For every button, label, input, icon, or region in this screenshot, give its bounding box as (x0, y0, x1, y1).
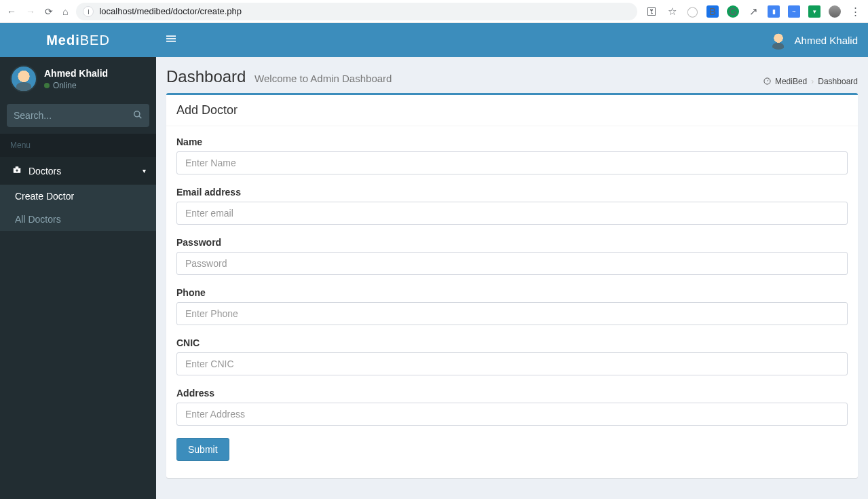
password-input[interactable] (176, 252, 848, 275)
user-panel: Ahmed Khalid Online (0, 57, 156, 100)
box-title: Add Doctor (176, 103, 848, 117)
svg-line-1 (139, 115, 142, 118)
topbar-user[interactable]: Ahmed Khalid (769, 31, 858, 50)
back-button[interactable]: ← (7, 6, 16, 17)
svg-rect-7 (166, 38, 176, 39)
sidebar-item-all-doctors[interactable]: All Doctors (0, 208, 156, 231)
content-header: Dashboard Welcome to Admin Dashboard Med… (156, 57, 868, 93)
avatar (769, 31, 788, 50)
dashboard-icon (763, 77, 771, 86)
avatar[interactable] (10, 65, 37, 92)
main-content: Ahmed Khalid Dashboard Welcome to Admin … (156, 23, 868, 499)
key-icon[interactable]: ⚿ (645, 5, 658, 18)
briefcase-medical-icon (12, 165, 22, 177)
logo-bold: Medi (46, 33, 80, 48)
bookmark-star-icon[interactable]: ☆ (666, 5, 678, 18)
search-input[interactable] (14, 110, 133, 121)
svg-rect-3 (16, 166, 19, 168)
cnic-label: CNIC (176, 337, 848, 348)
menu-icon[interactable]: ⋮ (849, 5, 861, 18)
box-header: Add Doctor (166, 95, 858, 126)
home-button[interactable]: ⌂ (62, 6, 68, 17)
extension-icon-4[interactable]: ▾ (808, 5, 820, 18)
svg-line-10 (767, 79, 768, 81)
name-label: Name (176, 136, 848, 147)
page-subtitle: Welcome to Admin Dashboard (254, 73, 392, 84)
breadcrumb-home[interactable]: MediBed (775, 77, 807, 86)
sidebar: MediBED Ahmed Khalid Online Menu Doctors… (0, 23, 156, 499)
breadcrumb-separator: › (811, 77, 814, 86)
phone-label: Phone (176, 287, 848, 298)
url-text: localhost/medibed/doctor/create.php (99, 6, 242, 16)
password-label: Password (176, 237, 848, 248)
svg-rect-8 (166, 41, 176, 42)
online-dot-icon (44, 83, 50, 88)
devtools-icon[interactable]: ↗ (747, 5, 759, 18)
breadcrumb: MediBed › Dashboard (763, 77, 858, 86)
sidebar-toggle-button[interactable] (166, 34, 176, 46)
email-label: Email address (176, 187, 848, 198)
sidebar-item-doctors[interactable]: Doctors ▾ (0, 157, 156, 185)
address-input[interactable] (176, 403, 848, 426)
name-input[interactable] (176, 151, 848, 174)
menu-section-label: Menu (0, 134, 156, 157)
sidebar-search[interactable] (7, 104, 149, 127)
email-input[interactable] (176, 202, 848, 225)
shield-icon[interactable]: ◯ (686, 5, 698, 18)
grammarly-icon[interactable]: G (727, 5, 739, 18)
page-title: Dashboard Welcome to Admin Dashboard (166, 67, 392, 86)
logo[interactable]: MediBED (0, 23, 156, 57)
breadcrumb-current: Dashboard (818, 77, 858, 86)
topbar-user-name: Ahmed Khalid (795, 35, 858, 46)
user-status: Online (44, 81, 108, 90)
search-icon[interactable] (133, 110, 143, 122)
profile-avatar[interactable] (829, 5, 841, 18)
forward-button[interactable]: → (26, 6, 35, 17)
form-box: Add Doctor Name Email address Password (166, 93, 858, 478)
address-bar[interactable]: i localhost/medibed/doctor/create.php (76, 3, 637, 20)
phone-input[interactable] (176, 302, 848, 325)
extension-icon-2[interactable]: ▮ (768, 5, 780, 18)
address-label: Address (176, 388, 848, 399)
cnic-input[interactable] (176, 352, 848, 375)
reload-button[interactable]: ⟳ (45, 6, 53, 17)
submit-button[interactable]: Submit (176, 438, 229, 461)
topbar: Ahmed Khalid (156, 23, 868, 57)
svg-rect-6 (166, 35, 176, 37)
svg-point-0 (134, 111, 140, 116)
extension-icon[interactable]: B (706, 5, 719, 18)
extension-icon-3[interactable]: ~ (788, 5, 800, 18)
logo-light: BED (80, 33, 110, 48)
sidebar-item-create-doctor[interactable]: Create Doctor (0, 185, 156, 208)
browser-toolbar: ← → ⟳ ⌂ i localhost/medibed/doctor/creat… (0, 0, 868, 23)
site-info-icon[interactable]: i (83, 6, 94, 17)
sidebar-item-label: Doctors (29, 166, 61, 177)
chevron-down-icon: ▾ (143, 167, 146, 174)
svg-rect-5 (16, 170, 18, 171)
user-name: Ahmed Khalid (44, 68, 108, 79)
